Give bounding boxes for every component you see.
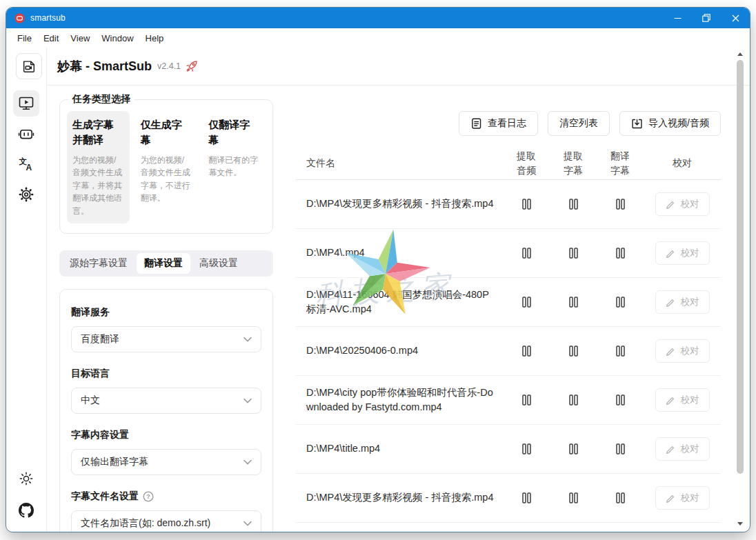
- proofread-button[interactable]: 校对: [655, 192, 710, 216]
- header-divider: [46, 85, 750, 86]
- proofread-label: 校对: [681, 492, 699, 504]
- extract-subtitle-status: [550, 492, 597, 503]
- extract-audio-status: [503, 394, 550, 406]
- menu-view[interactable]: View: [70, 33, 90, 43]
- sidebar-divider: [46, 48, 47, 532]
- proofread-button[interactable]: 校对: [655, 241, 710, 265]
- file-name: D:\MP4\.mp4: [295, 246, 503, 260]
- file-name: D:\MP4\20250406-0.mp4: [295, 343, 503, 358]
- tab-translate-settings[interactable]: 翻译设置: [137, 253, 190, 274]
- svg-text:?: ?: [146, 493, 150, 501]
- pause-status-icon: [616, 394, 625, 406]
- target-language-select[interactable]: 中文: [71, 388, 261, 414]
- github-link[interactable]: [13, 497, 39, 523]
- import-icon: [631, 118, 643, 130]
- proofread-button[interactable]: 校对: [655, 290, 710, 314]
- extract-subtitle-status: [550, 346, 597, 357]
- sidebar-item-media-tasks[interactable]: [13, 90, 39, 117]
- task-card-generate-translate[interactable]: 生成字幕并翻译 为您的视频/音频文件生成字幕，并将其翻译成其他语言。: [67, 111, 130, 223]
- task-card-translate-only[interactable]: 仅翻译字幕 翻译已有的字幕文件。: [203, 111, 266, 223]
- translate-subtitle-status: [597, 199, 644, 210]
- proofread-button[interactable]: 校对: [655, 388, 710, 412]
- toolbar: 查看日志 清空列表 导入视频/音频: [295, 111, 721, 136]
- pencil-icon: [666, 248, 676, 259]
- restore-button[interactable]: [692, 8, 721, 28]
- view-log-button[interactable]: 查看日志: [459, 111, 538, 136]
- proofread-button[interactable]: 校对: [655, 437, 710, 461]
- sun-icon: [19, 471, 34, 486]
- translate-subtitle-status: [597, 346, 644, 357]
- translate-subtitle-status: [597, 443, 644, 454]
- extract-audio-status: [503, 492, 550, 503]
- extract-audio-status: [503, 443, 550, 454]
- extract-subtitle-status: [550, 394, 597, 406]
- subtitle-filename-select[interactable]: 文件名加语言(如: demo.zh.srt): [71, 510, 261, 532]
- sidebar-item-ai[interactable]: [13, 121, 39, 147]
- help-icon[interactable]: ?: [143, 491, 154, 502]
- proofread-label: 校对: [681, 198, 699, 210]
- tab-source-subtitle-settings[interactable]: 源始字幕设置: [62, 253, 135, 274]
- pause-status-icon: [616, 199, 625, 210]
- file-name: D:\MP4\title.mp4: [295, 441, 503, 456]
- pause-status-icon: [569, 346, 578, 357]
- scroll-up-arrow[interactable]: [735, 49, 745, 59]
- sidebar-item-translate[interactable]: 文 A: [13, 151, 39, 177]
- pause-status-icon: [522, 346, 531, 357]
- pause-status-icon: [569, 394, 578, 406]
- settings-tabbar: 源始字幕设置 翻译设置 高级设置: [59, 250, 273, 277]
- task-card-title: 生成字幕并翻译: [72, 117, 124, 148]
- pause-status-icon: [522, 443, 531, 454]
- translate-icon: 文 A: [18, 156, 34, 172]
- monitor-play-icon: [18, 95, 34, 112]
- col-extract-audio: 提取音频: [515, 149, 537, 178]
- table-row: D:\MP4\发现更多精彩视频 - 抖音搜索.mp4: [295, 180, 721, 229]
- menu-edit[interactable]: Edit: [43, 33, 59, 43]
- clear-list-button[interactable]: 清空列表: [548, 111, 610, 136]
- tab-advanced-settings[interactable]: 高级设置: [192, 253, 246, 274]
- sidebar-item-settings[interactable]: [13, 181, 39, 208]
- app-logo-button[interactable]: [16, 53, 42, 79]
- proofread-button[interactable]: 校对: [655, 339, 710, 363]
- chevron-down-icon: [243, 521, 252, 526]
- translate-service-select[interactable]: 百度翻译: [71, 326, 261, 352]
- pencil-icon: [666, 444, 676, 454]
- pause-status-icon: [569, 199, 578, 210]
- chevron-down-icon: [243, 398, 252, 403]
- pause-status-icon: [616, 346, 625, 357]
- task-card-generate-only[interactable]: 仅生成字幕 为您的视频/音频文件生成字幕，不进行翻译。: [135, 111, 198, 223]
- col-extract-subtitle: 提取字幕: [562, 149, 584, 178]
- select-value: 百度翻译: [81, 333, 119, 346]
- pencil-icon: [666, 493, 676, 503]
- close-button[interactable]: [721, 8, 750, 28]
- task-card-desc: 为您的视频/音频文件生成字幕，并将其翻译成其他语言。: [72, 154, 124, 218]
- settings-panel: 任务类型选择 生成字幕并翻译 为您的视频/音频文件生成字幕，并将其翻译成其他语言…: [59, 93, 273, 532]
- menu-help[interactable]: Help: [146, 33, 164, 43]
- task-card-desc: 翻译已有的字幕文件。: [208, 154, 260, 179]
- table-row: D:\MP4\11-160604 韩国梦想演唱会-480P 标清-AVC.mp4: [295, 278, 721, 327]
- vertical-scrollbar[interactable]: [735, 48, 745, 530]
- theme-toggle[interactable]: [13, 466, 39, 492]
- translate-subtitle-status: [597, 248, 644, 259]
- menu-window[interactable]: Window: [101, 33, 133, 43]
- table-row: D:\MP4\发现更多精彩视频 - 抖音搜索.mp4: [295, 474, 721, 523]
- pencil-icon: [666, 297, 676, 308]
- task-type-group: 任务类型选择 生成字幕并翻译 为您的视频/音频文件生成字幕，并将其翻译成其他语言…: [59, 99, 273, 234]
- app-header: 妙幕 - SmartSub v2.4.1: [6, 48, 750, 85]
- proofread-button[interactable]: 校对: [655, 486, 710, 510]
- minimize-button[interactable]: [663, 8, 692, 28]
- file-name: D:\MP4\city pop带你体验昭和时代音乐-Downloaded by …: [295, 386, 503, 414]
- menu-file[interactable]: File: [17, 33, 32, 43]
- import-media-button[interactable]: 导入视频/音频: [619, 111, 721, 136]
- log-file-icon: [470, 117, 482, 130]
- extract-subtitle-status: [550, 443, 597, 454]
- translate-subtitle-status: [597, 297, 644, 308]
- subtitle-content-select[interactable]: 仅输出翻译字幕: [71, 449, 261, 475]
- proofread-label: 校对: [681, 394, 699, 406]
- scrollbar-thumb[interactable]: [737, 60, 744, 474]
- subtitle-filename-label: 字幕文件名设置: [71, 490, 139, 503]
- col-proofread: 校对: [644, 157, 721, 170]
- proofread-label: 校对: [681, 443, 699, 455]
- scroll-down-arrow[interactable]: [735, 519, 745, 528]
- extract-audio-status: [503, 199, 550, 210]
- app-window: smartsub File Edit View Window Help: [6, 7, 750, 532]
